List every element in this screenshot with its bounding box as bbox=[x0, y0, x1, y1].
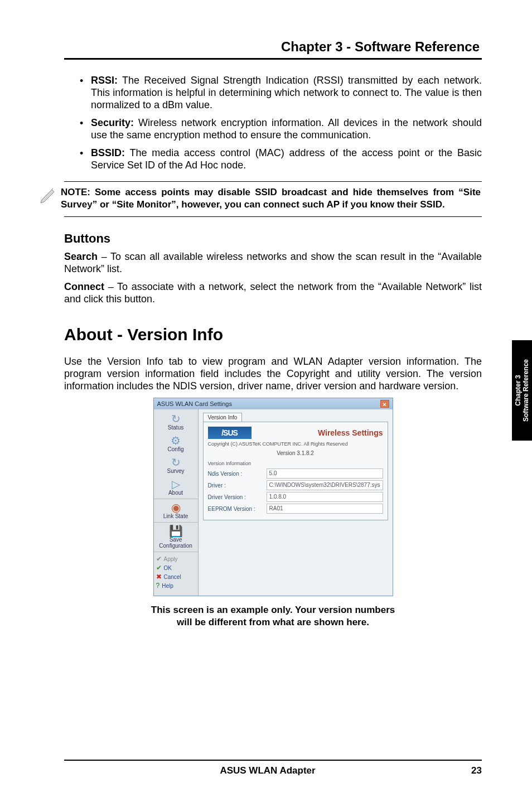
title-rule bbox=[64, 58, 482, 60]
feature-bullets: • RSSI: The Received Signal Strength Ind… bbox=[80, 74, 482, 171]
driver-version-value: 1.0.8.0 bbox=[267, 492, 383, 502]
tab-version-info[interactable]: Version Info bbox=[203, 413, 243, 422]
search-label: Search bbox=[64, 251, 98, 262]
sidebar-label: Save Configuration bbox=[159, 537, 192, 549]
asus-logo: /SUS bbox=[208, 427, 252, 439]
search-text: – To scan all available wireless network… bbox=[64, 251, 482, 274]
main-panel: Version Info /SUS Wireless Settings Copy… bbox=[199, 409, 393, 596]
footer-center: ASUS WLAN Adapter bbox=[220, 765, 315, 776]
close-icon[interactable]: × bbox=[380, 400, 389, 408]
rssi-label: RSSI: bbox=[91, 75, 118, 86]
apply-button: ✔Apply bbox=[156, 555, 196, 563]
bullet-security: • Security: Wireless network encryption … bbox=[80, 117, 482, 141]
help-button[interactable]: ?Help bbox=[156, 582, 196, 590]
bullet-marker: • bbox=[80, 147, 91, 160]
window-title: ASUS WLAN Card Settings bbox=[157, 400, 233, 407]
ndis-value: 5.0 bbox=[267, 468, 383, 479]
sidebar-label: Link State bbox=[163, 513, 188, 519]
security-desc: Wireless network encryption information.… bbox=[91, 117, 482, 141]
chapter-title: Chapter 3 - Software Reference bbox=[64, 39, 482, 55]
note-text: NOTE: Some access points may disable SSI… bbox=[61, 186, 481, 211]
screenshot-caption: This screen is an example only. Your ver… bbox=[64, 604, 482, 629]
side-tab-line2: Software Reference bbox=[522, 359, 530, 422]
note-box: NOTE: Some access points may disable SSI… bbox=[64, 181, 482, 217]
sidebar-label: Status bbox=[168, 424, 183, 431]
svg-marker-0 bbox=[41, 190, 54, 203]
bssid-label: BSSID: bbox=[91, 147, 125, 158]
sidebar-item-save-config[interactable]: 💾Save Configuration bbox=[154, 522, 198, 552]
sidebar-item-config[interactable]: ⚙Config bbox=[154, 433, 198, 455]
button-label: Apply bbox=[164, 556, 178, 562]
survey-icon: ↻ bbox=[155, 457, 197, 468]
about-icon: ▷ bbox=[155, 479, 197, 490]
config-icon: ⚙ bbox=[155, 435, 197, 446]
save-icon: 💾 bbox=[155, 525, 197, 537]
button-label: Help bbox=[162, 583, 173, 589]
sidebar: ↻Status ⚙Config ↻Survey ▷About ◉Link Sta… bbox=[154, 409, 199, 596]
search-paragraph: Search – To scan all available wireless … bbox=[64, 250, 482, 275]
pencil-icon bbox=[40, 185, 56, 204]
cancel-icon: ✖ bbox=[156, 573, 162, 581]
sidebar-item-link-state[interactable]: ◉Link State bbox=[154, 499, 198, 522]
status-icon: ↻ bbox=[155, 413, 197, 424]
button-label: OK bbox=[164, 565, 172, 571]
connect-label: Connect bbox=[64, 281, 104, 292]
row-driver: Driver : C:\WINDOWS\system32\DRIVERS\287… bbox=[208, 480, 383, 490]
bullet-marker: • bbox=[80, 74, 91, 87]
window-titlebar: ASUS WLAN Card Settings × bbox=[154, 398, 393, 409]
row-eeprom: EEPROM Version : RA01 bbox=[208, 504, 383, 514]
eeprom-label: EEPROM Version : bbox=[208, 506, 267, 512]
row-ndis: Ndis Version : 5.0 bbox=[208, 468, 383, 479]
sidebar-item-survey[interactable]: ↻Survey bbox=[154, 455, 198, 477]
bullet-text: RSSI: The Received Signal Strength Indic… bbox=[91, 74, 482, 111]
help-icon: ? bbox=[156, 582, 160, 590]
about-heading: About - Version Info bbox=[64, 325, 482, 344]
about-paragraph: Use the Version Info tab to view program… bbox=[64, 355, 482, 392]
link-icon: ◉ bbox=[155, 502, 197, 513]
version-info-group-label: Version Information bbox=[208, 461, 383, 466]
side-tab-line1: Chapter 3 bbox=[514, 375, 522, 405]
sidebar-label: About bbox=[168, 490, 183, 496]
security-label: Security: bbox=[91, 117, 134, 128]
bullet-text: BSSID: The media access control (MAC) ad… bbox=[91, 147, 482, 171]
connect-text: – To associate with a network, select th… bbox=[64, 281, 482, 305]
buttons-heading: Buttons bbox=[64, 231, 482, 246]
bullet-text: Security: Wireless network encryption in… bbox=[91, 117, 482, 141]
bullet-marker: • bbox=[80, 117, 91, 129]
caption-line-2: will be different from what are shown he… bbox=[177, 617, 369, 627]
copyright-text: Copyright (C) ASUSTeK COMPUTER INC. All … bbox=[208, 441, 383, 447]
bssid-desc: The media access control (MAC) address o… bbox=[91, 147, 482, 171]
connect-paragraph: Connect – To associate with a network, s… bbox=[64, 281, 482, 305]
button-label: Cancel bbox=[164, 574, 181, 580]
page-footer: ASUS WLAN Adapter 23 bbox=[0, 760, 532, 776]
bullet-bssid: • BSSID: The media access control (MAC) … bbox=[80, 147, 482, 171]
driver-value: C:\WINDOWS\system32\DRIVERS\2877.sys bbox=[267, 480, 383, 490]
footer-rule bbox=[64, 760, 482, 761]
eeprom-value: RA01 bbox=[267, 504, 383, 514]
sidebar-item-status[interactable]: ↻Status bbox=[154, 412, 198, 433]
rssi-desc: The Received Signal Strength Indication … bbox=[91, 75, 482, 110]
check-icon: ✔ bbox=[156, 555, 162, 563]
footer-page-number: 23 bbox=[471, 765, 482, 776]
caption-line-1: This screen is an example only. Your ver… bbox=[151, 605, 395, 615]
wireless-settings-label: Wireless Settings bbox=[318, 428, 383, 437]
ok-button[interactable]: ✔OK bbox=[156, 564, 196, 572]
ok-icon: ✔ bbox=[156, 564, 162, 572]
side-chapter-tab: Chapter 3 Software Reference bbox=[512, 340, 532, 441]
sidebar-label: Survey bbox=[167, 468, 184, 474]
utility-version: Version 3.1.8.2 bbox=[208, 450, 383, 456]
row-driver-version: Driver Version : 1.0.8.0 bbox=[208, 492, 383, 502]
driver-version-label: Driver Version : bbox=[208, 494, 267, 500]
driver-label: Driver : bbox=[208, 482, 267, 489]
cancel-button[interactable]: ✖Cancel bbox=[156, 573, 196, 581]
version-info-screenshot: ASUS WLAN Card Settings × ↻Status ⚙Confi… bbox=[153, 398, 393, 596]
ndis-label: Ndis Version : bbox=[208, 471, 267, 477]
bullet-rssi: • RSSI: The Received Signal Strength Ind… bbox=[80, 74, 482, 111]
sidebar-label: Config bbox=[168, 446, 184, 452]
sidebar-item-about[interactable]: ▷About bbox=[154, 477, 198, 499]
